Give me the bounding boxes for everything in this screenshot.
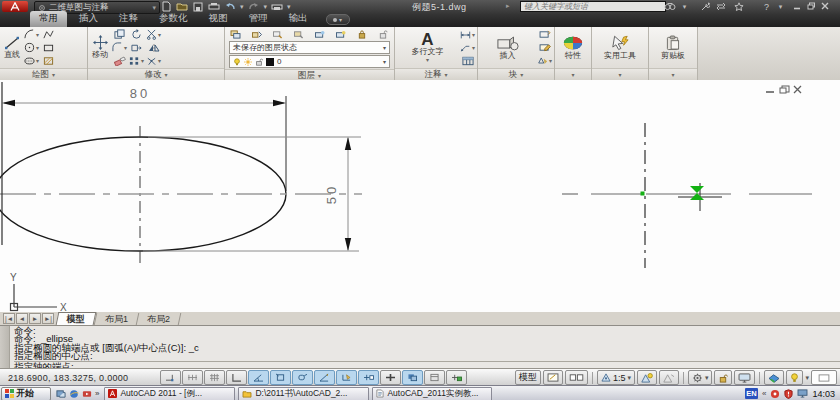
search-binoculars-icon[interactable] xyxy=(663,1,676,12)
toolbar-lock-button[interactable] xyxy=(714,370,732,385)
copy-button[interactable] xyxy=(112,29,127,41)
insert-block-button[interactable]: 插入 xyxy=(480,35,535,60)
tray-collapse-icon[interactable]: « xyxy=(762,389,766,398)
panel-clipboard-label[interactable]: ▾ xyxy=(649,68,697,80)
internet-explorer-icon[interactable] xyxy=(69,389,79,399)
lineweight-toggle[interactable] xyxy=(380,370,401,385)
performance-bulb-button[interactable] xyxy=(786,370,803,385)
minimize-button[interactable] xyxy=(792,1,802,10)
rectangle-button[interactable] xyxy=(41,42,56,54)
workspace-switch-button[interactable]: ▾ xyxy=(688,370,713,385)
help-icon[interactable]: ? xyxy=(760,1,773,12)
mtext-button[interactable]: A 多行文字 ▾ xyxy=(397,32,458,64)
search-input[interactable] xyxy=(520,1,666,12)
stretch-button[interactable] xyxy=(129,42,144,54)
layout-nav-buttons[interactable]: |◄◄►►| xyxy=(0,313,57,324)
move-button[interactable]: 移动 xyxy=(90,35,110,59)
tab-parametric[interactable]: 参数化 xyxy=(150,11,197,27)
ribbon-minimize-button[interactable]: ▾ xyxy=(326,14,350,25)
layer-unisolate-button[interactable] xyxy=(292,28,305,40)
annotation-visibility-button[interactable] xyxy=(637,370,657,385)
circle-button[interactable]: ▾ xyxy=(24,42,39,54)
taskbar-item-autocad[interactable]: AutoCAD 2011 - [例... xyxy=(104,387,235,400)
linear-dimension-button[interactable]: ▾ xyxy=(460,29,475,41)
status-app-button[interactable] xyxy=(764,370,784,385)
erase-button[interactable] xyxy=(112,55,127,67)
communication-center-icon[interactable] xyxy=(714,1,727,12)
undo-dropdown-icon[interactable]: ▾ xyxy=(240,3,244,10)
media-player-icon[interactable] xyxy=(82,389,92,399)
line-button[interactable]: 直线 xyxy=(2,36,22,59)
show-desktop-icon[interactable] xyxy=(56,389,66,399)
panel-properties-label[interactable]: ▾ xyxy=(555,68,591,80)
command-window-grip[interactable] xyxy=(0,326,10,369)
panel-utilities-label[interactable]: ▾ xyxy=(592,68,648,80)
layer-dropdown[interactable]: 0 ▾ xyxy=(229,55,390,68)
taskbar-clock[interactable]: 14:03 xyxy=(812,389,835,399)
tab-layout2[interactable]: 布局2 xyxy=(136,313,181,325)
selection-cycling-toggle[interactable] xyxy=(446,370,467,385)
dynamic-ucs-toggle[interactable] xyxy=(336,370,357,385)
dynamic-input-toggle[interactable] xyxy=(358,370,379,385)
ellipse-button[interactable]: ▾ xyxy=(24,55,39,67)
start-button[interactable]: 开始 xyxy=(1,387,51,400)
tab-view[interactable]: 视图 xyxy=(200,11,237,27)
infer-constraints-toggle[interactable] xyxy=(160,370,181,385)
quick-launch-overflow-icon[interactable]: » xyxy=(95,389,99,398)
command-window[interactable]: 命令: 命令: _ellipse 指定椭圆的轴端点或 [圆弧(A)/中心点(C)… xyxy=(0,325,840,369)
model-space-button[interactable]: 模型 xyxy=(515,370,541,385)
quick-view-layouts-button[interactable] xyxy=(543,370,563,385)
panel-block-label[interactable]: 块▾ xyxy=(478,68,554,80)
annotation-scale-button[interactable]: 1:5▾ xyxy=(597,370,635,385)
language-indicator[interactable]: EN xyxy=(745,388,758,399)
tab-output[interactable]: 输出 xyxy=(280,11,317,27)
layer-freeze-button[interactable] xyxy=(314,28,327,40)
mirror-button[interactable] xyxy=(146,42,161,54)
trim-button[interactable]: ▾ xyxy=(146,29,161,41)
grid-toggle[interactable] xyxy=(204,370,225,385)
object-snap-tracking-toggle[interactable] xyxy=(314,370,335,385)
array-button[interactable]: ▾ xyxy=(129,55,144,67)
quick-properties-toggle[interactable] xyxy=(424,370,445,385)
clipboard-button[interactable]: 剪贴板 xyxy=(659,35,687,60)
layer-state-dropdown[interactable]: 未保存的图层状态▾ xyxy=(229,41,390,54)
tab-layout1[interactable]: 布局1 xyxy=(94,313,139,325)
panel-annotation-label[interactable]: 注释▾ xyxy=(395,68,477,80)
viewport-window-controls[interactable] xyxy=(766,86,801,93)
help-dropdown-icon[interactable]: ▾ xyxy=(774,1,787,12)
layer-properties-button[interactable] xyxy=(229,28,242,40)
transparency-toggle[interactable] xyxy=(402,370,423,385)
edit-attribute-button[interactable] xyxy=(537,29,552,41)
arc-button[interactable]: ▾ xyxy=(24,29,39,41)
polar-tracking-toggle[interactable] xyxy=(248,370,269,385)
drawing-canvas[interactable]: 80 50 Y X xyxy=(0,80,840,312)
autocad-logo-button[interactable] xyxy=(2,1,28,12)
search-dropdown-icon[interactable]: ▾ xyxy=(678,1,691,12)
create-attribute-button[interactable] xyxy=(537,42,552,54)
panel-draw-label[interactable]: 绘图▾ xyxy=(0,68,87,80)
object-snap-toggle[interactable] xyxy=(270,370,291,385)
tray-media-icon[interactable] xyxy=(770,389,780,399)
layer-lock-button[interactable] xyxy=(356,28,369,40)
table-button[interactable] xyxy=(460,55,475,67)
taskbar-item-folder[interactable]: D:\2011书\AutoCAD_2... xyxy=(238,387,369,400)
properties-button[interactable]: 特性 xyxy=(561,35,585,60)
snap-toggle[interactable] xyxy=(182,370,203,385)
fillet-button[interactable]: ▾ xyxy=(112,42,127,54)
utilities-button[interactable]: 实用工具 xyxy=(602,35,638,60)
explode-button[interactable]: ▾ xyxy=(146,55,161,67)
redo-dropdown-icon[interactable]: ▾ xyxy=(264,3,268,10)
layer-off-button[interactable] xyxy=(335,28,348,40)
layer-unlock-button[interactable] xyxy=(377,28,390,40)
3d-object-snap-toggle[interactable] xyxy=(292,370,313,385)
ortho-toggle[interactable] xyxy=(226,370,247,385)
qat-dropdown-icon[interactable]: ▾ xyxy=(287,3,291,10)
close-button[interactable] xyxy=(820,1,830,10)
tray-display-icon[interactable] xyxy=(797,389,808,398)
panel-modify-label[interactable]: 修改▾ xyxy=(88,68,224,80)
tab-annotate[interactable]: 注释 xyxy=(110,11,147,27)
hardware-acceleration-button[interactable] xyxy=(734,370,755,385)
auto-annotation-scale-button[interactable] xyxy=(659,370,679,385)
tab-manage[interactable]: 管理 xyxy=(240,11,277,27)
quick-view-drawings-button[interactable] xyxy=(565,370,588,385)
